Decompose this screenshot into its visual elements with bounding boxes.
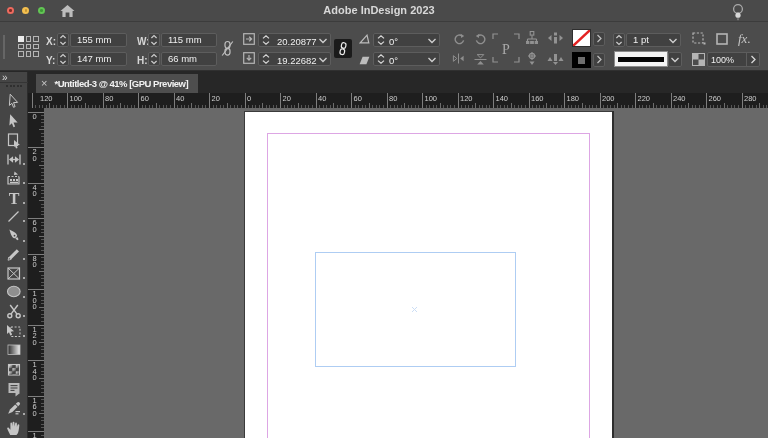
- svg-text:P: P: [502, 42, 510, 57]
- svg-text:T: T: [9, 190, 20, 207]
